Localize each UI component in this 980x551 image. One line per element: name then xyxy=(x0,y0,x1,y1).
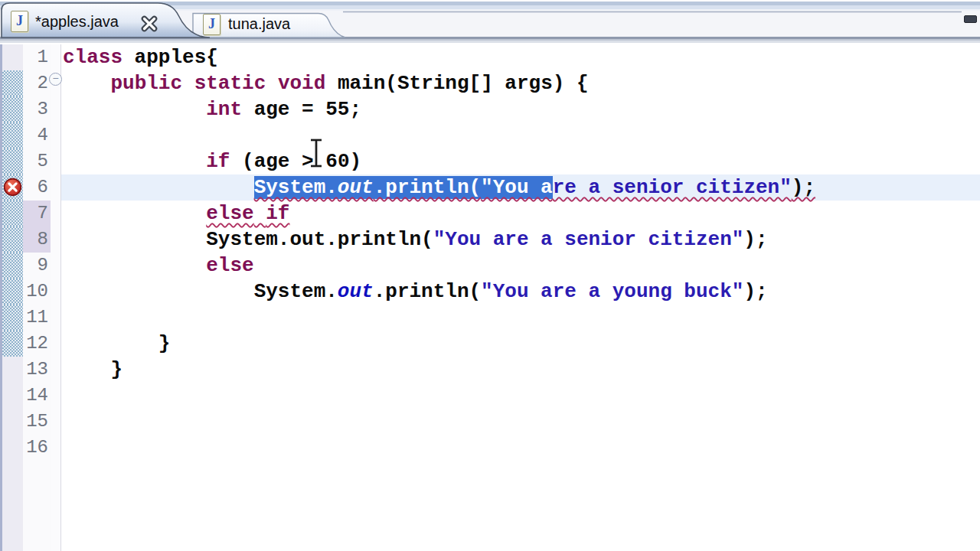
marker-bar[interactable] xyxy=(0,461,23,551)
code-token: System. xyxy=(254,280,338,303)
code-token: "You a xyxy=(481,176,553,199)
line-number: 1 xyxy=(23,44,51,70)
marker-cell[interactable] xyxy=(0,148,23,174)
code-token: class xyxy=(63,46,122,69)
code-token: public xyxy=(110,72,182,95)
marker-cell[interactable] xyxy=(0,96,23,122)
code-token: ); xyxy=(743,280,767,303)
line-number: 5 xyxy=(23,148,51,174)
error-icon[interactable] xyxy=(3,178,22,200)
code-token: ); xyxy=(743,228,767,251)
editor-row: 3 int age = 55; xyxy=(0,96,980,122)
line-number: 12 xyxy=(23,331,51,357)
code-line[interactable]: class apples{ xyxy=(61,44,980,70)
marker-cell[interactable] xyxy=(0,305,23,331)
code-line[interactable]: } xyxy=(61,357,980,383)
marker-cell[interactable] xyxy=(0,122,23,148)
fold-ruler xyxy=(51,461,61,551)
text-cursor-icon xyxy=(306,137,326,172)
code-token xyxy=(266,72,278,95)
fold-cell xyxy=(51,331,61,357)
code-line[interactable]: else xyxy=(61,253,980,279)
code-line[interactable] xyxy=(61,409,980,435)
fold-collapse-icon[interactable]: − xyxy=(49,73,62,86)
line-number: 4 xyxy=(23,122,51,148)
line-number: 7 xyxy=(23,201,51,227)
fold-cell xyxy=(51,201,61,227)
marker-cell[interactable] xyxy=(0,253,23,279)
code-token: .println( xyxy=(374,280,481,303)
line-number: 10 xyxy=(23,279,51,305)
code-line[interactable] xyxy=(61,435,980,461)
editor-row: 8 System.out.println("You are a senior c… xyxy=(0,227,980,253)
code-line[interactable]: int age = 55; xyxy=(61,96,980,122)
marker-cell[interactable] xyxy=(0,383,23,409)
marker-cell[interactable] xyxy=(0,409,23,435)
editor-row: 5 if (age > 60) xyxy=(0,148,980,174)
code-line[interactable]: public static void main(String[] args) { xyxy=(61,70,980,96)
editor-row: 11 xyxy=(0,305,980,331)
editor-row: 6 System.out.println("You are a senior c… xyxy=(0,174,980,201)
fold-cell xyxy=(51,253,61,279)
code-line[interactable]: else if xyxy=(61,201,980,227)
editor-row: 9 else xyxy=(0,253,980,279)
line-number: 11 xyxy=(23,305,51,331)
code-token: main(String[] args) { xyxy=(325,72,588,95)
fold-cell: − xyxy=(51,70,61,96)
code-token: "You are a young buck" xyxy=(481,280,743,303)
fold-cell xyxy=(51,305,61,331)
eclipse-editor-area: J *apples.java J tuna.java 1class apples… xyxy=(0,0,980,551)
code-token: re a senior citizen" xyxy=(553,176,792,199)
line-number: 2 xyxy=(23,70,51,96)
tab-tuna-java[interactable]: J tuna.java xyxy=(193,11,346,37)
tab-apples-java[interactable]: J *apples.java xyxy=(2,3,213,37)
code-token: else xyxy=(206,254,253,277)
marker-cell[interactable] xyxy=(0,201,23,227)
gutter-filler xyxy=(0,461,980,551)
marker-cell[interactable] xyxy=(0,70,23,96)
line-number: 6 xyxy=(23,174,51,201)
code-line[interactable]: System.out.println("You are a senior cit… xyxy=(61,174,980,201)
editor-row: 2− public static void main(String[] args… xyxy=(0,70,980,96)
code-token: } xyxy=(158,332,171,355)
fold-cell xyxy=(51,96,61,122)
code-line[interactable] xyxy=(61,383,980,409)
close-icon[interactable] xyxy=(139,14,159,34)
code-line[interactable]: System.out.println("You are a young buck… xyxy=(61,279,980,305)
editor-tab-bar: J *apples.java J tuna.java xyxy=(0,0,980,43)
editor-blank-area[interactable] xyxy=(61,461,980,551)
marker-cell[interactable] xyxy=(0,174,23,201)
marker-cell[interactable] xyxy=(0,331,23,357)
code-token: if xyxy=(266,202,289,225)
code-token xyxy=(182,72,194,95)
fold-cell xyxy=(51,279,61,305)
line-number: 16 xyxy=(23,435,51,461)
code-line[interactable]: if (age > 60) xyxy=(61,148,980,174)
line-number: 3 xyxy=(23,96,51,122)
tab-label-apples: *apples.java xyxy=(35,13,119,31)
code-line[interactable]: } xyxy=(61,331,980,357)
marker-cell[interactable] xyxy=(0,435,23,461)
code-token: else xyxy=(206,202,253,225)
code-token: } xyxy=(110,358,122,381)
fold-cell xyxy=(51,174,61,201)
code-token: age = 55; xyxy=(242,98,361,121)
fold-cell xyxy=(51,44,61,70)
editor-row: 7 else if xyxy=(0,201,980,227)
marker-cell[interactable] xyxy=(0,227,23,253)
fold-cell xyxy=(51,227,61,253)
marker-cell[interactable] xyxy=(0,44,23,70)
fold-cell xyxy=(51,409,61,435)
marker-cell[interactable] xyxy=(0,279,23,305)
java-file-icon: J xyxy=(203,14,220,35)
minimize-icon[interactable] xyxy=(964,15,977,23)
code-token: static xyxy=(194,72,266,95)
editor-row: 13 } xyxy=(0,357,980,383)
tab-label-tuna: tuna.java xyxy=(228,15,290,33)
code-line[interactable]: System.out.println("You are a senior cit… xyxy=(61,227,980,253)
code-line[interactable] xyxy=(61,305,980,331)
code-line[interactable] xyxy=(61,122,980,148)
code-token: void xyxy=(278,72,325,95)
editor-row: 14 xyxy=(0,383,980,409)
marker-cell[interactable] xyxy=(0,357,23,383)
